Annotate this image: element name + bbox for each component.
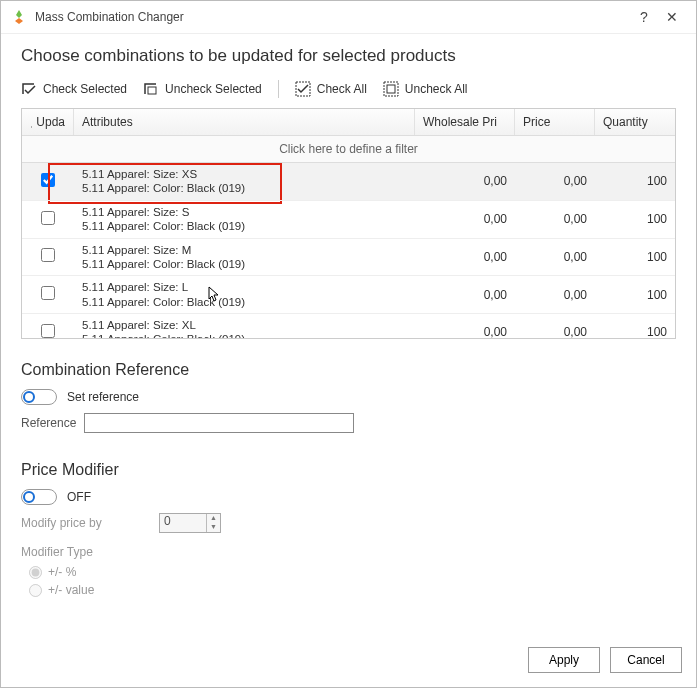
price-modifier-title: Price Modifier xyxy=(21,461,676,479)
toolbar: Check Selected Uncheck Selected Check Al… xyxy=(21,80,676,98)
col-quantity[interactable]: Quantity xyxy=(595,109,675,135)
row-wholesale: 0,00 xyxy=(415,170,515,192)
modifier-value-radio[interactable] xyxy=(29,584,42,597)
check-selected-button[interactable]: Check Selected xyxy=(21,81,127,97)
titlebar: Mass Combination Changer ? ✕ xyxy=(1,1,696,34)
row-price: 0,00 xyxy=(515,284,595,306)
filter-row[interactable]: Click here to define a filter xyxy=(22,136,675,163)
grid-rows: 5.11 Apparel: Size: XS5.11 Apparel: Colo… xyxy=(22,163,675,338)
uncheck-selected-button[interactable]: Uncheck Selected xyxy=(143,81,262,97)
row-checkbox[interactable] xyxy=(41,211,55,225)
table-row[interactable]: 5.11 Apparel: Size: M5.11 Apparel: Color… xyxy=(22,238,675,276)
svg-rect-3 xyxy=(387,85,395,93)
table-row[interactable]: 5.11 Apparel: Size: L5.11 Apparel: Color… xyxy=(22,275,675,313)
row-attributes: 5.11 Apparel: Size: S5.11 Apparel: Color… xyxy=(74,201,415,238)
row-checkbox[interactable] xyxy=(41,173,55,187)
uncheck-all-label: Uncheck All xyxy=(405,82,468,96)
row-price: 0,00 xyxy=(515,321,595,338)
row-checkbox[interactable] xyxy=(41,286,55,300)
set-reference-label: Set reference xyxy=(67,390,139,404)
modifier-type-label: Modifier Type xyxy=(21,545,676,559)
row-attributes: 5.11 Apparel: Size: L5.11 Apparel: Color… xyxy=(74,276,415,313)
col-price[interactable]: Price xyxy=(515,109,595,135)
col-wholesale[interactable]: Wholesale Pri xyxy=(415,109,515,135)
app-icon xyxy=(11,9,27,25)
price-modifier-toggle-label: OFF xyxy=(67,490,91,504)
page-heading: Choose combinations to be updated for se… xyxy=(21,46,676,66)
row-price: 0,00 xyxy=(515,170,595,192)
uncheck-all-icon xyxy=(383,81,399,97)
row-qty: 100 xyxy=(595,284,675,306)
modifier-percent-label: +/- % xyxy=(48,565,76,579)
table-row[interactable]: 5.11 Apparel: Size: S5.11 Apparel: Color… xyxy=(22,200,675,238)
table-row[interactable]: 5.11 Apparel: Size: XS5.11 Apparel: Colo… xyxy=(22,163,675,200)
row-wholesale: 0,00 xyxy=(415,321,515,338)
table-row[interactable]: 5.11 Apparel: Size: XL5.11 Apparel: Colo… xyxy=(22,313,675,338)
row-attributes: 5.11 Apparel: Size: XL5.11 Apparel: Colo… xyxy=(74,314,415,338)
combinations-grid: Upda Attributes Wholesale Pri Price Quan… xyxy=(21,108,676,339)
close-button[interactable]: ✕ xyxy=(658,9,686,25)
reference-input[interactable] xyxy=(84,413,354,433)
cancel-button[interactable]: Cancel xyxy=(610,647,682,673)
set-reference-toggle[interactable] xyxy=(21,389,57,405)
row-qty: 100 xyxy=(595,208,675,230)
modifier-percent-radio[interactable] xyxy=(29,566,42,579)
grid-header: Upda Attributes Wholesale Pri Price Quan… xyxy=(22,109,675,136)
row-wholesale: 0,00 xyxy=(415,208,515,230)
check-all-icon xyxy=(295,81,311,97)
uncheck-selected-icon xyxy=(143,81,159,97)
help-button[interactable]: ? xyxy=(630,9,658,25)
stepper-icon[interactable]: ▲▼ xyxy=(206,514,220,532)
row-qty: 100 xyxy=(595,246,675,268)
reference-label: Reference xyxy=(21,416,76,430)
check-all-button[interactable]: Check All xyxy=(295,81,367,97)
row-attributes: 5.11 Apparel: Size: M5.11 Apparel: Color… xyxy=(74,239,415,276)
col-update[interactable]: Upda xyxy=(22,109,74,135)
uncheck-all-button[interactable]: Uncheck All xyxy=(383,81,468,97)
modifier-percent-option[interactable]: +/- % xyxy=(29,565,676,579)
modifier-value-label: +/- value xyxy=(48,583,94,597)
modifier-value-option[interactable]: +/- value xyxy=(29,583,676,597)
uncheck-selected-label: Uncheck Selected xyxy=(165,82,262,96)
combination-reference-title: Combination Reference xyxy=(21,361,676,379)
modify-price-by-label: Modify price by xyxy=(21,516,151,530)
svg-rect-0 xyxy=(148,87,156,94)
toolbar-divider xyxy=(278,80,279,98)
check-selected-icon xyxy=(21,81,37,97)
row-price: 0,00 xyxy=(515,208,595,230)
apply-button[interactable]: Apply xyxy=(528,647,600,673)
modify-price-by-input[interactable]: 0 ▲▼ xyxy=(159,513,221,533)
row-wholesale: 0,00 xyxy=(415,284,515,306)
col-update-label: Upda xyxy=(36,115,65,129)
row-wholesale: 0,00 xyxy=(415,246,515,268)
check-all-label: Check All xyxy=(317,82,367,96)
row-attributes: 5.11 Apparel: Size: XS5.11 Apparel: Colo… xyxy=(74,163,415,200)
check-selected-label: Check Selected xyxy=(43,82,127,96)
col-attributes[interactable]: Attributes xyxy=(74,109,415,135)
row-checkbox[interactable] xyxy=(41,248,55,262)
svg-rect-2 xyxy=(384,82,398,96)
row-checkbox[interactable] xyxy=(41,324,55,338)
row-price: 0,00 xyxy=(515,246,595,268)
modify-price-by-value: 0 xyxy=(164,514,171,528)
row-qty: 100 xyxy=(595,321,675,338)
pencil-icon xyxy=(30,116,32,128)
row-qty: 100 xyxy=(595,170,675,192)
price-modifier-toggle[interactable] xyxy=(21,489,57,505)
window-title: Mass Combination Changer xyxy=(35,10,630,24)
